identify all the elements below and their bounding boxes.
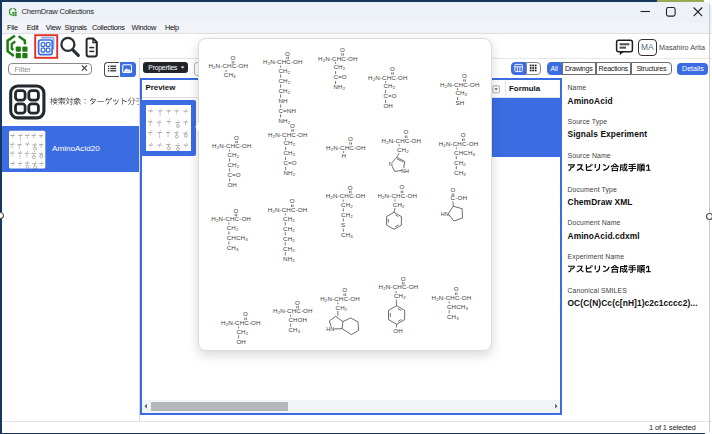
svg-text:CH2: CH2 — [283, 215, 295, 223]
svg-text:CH2: CH2 — [333, 63, 345, 71]
svg-text:O: O — [461, 131, 466, 138]
svg-text:S: S — [341, 221, 345, 228]
svg-text:HN: HN — [326, 326, 334, 332]
svg-text:CH2: CH2 — [227, 161, 239, 169]
svg-text:O: O — [348, 135, 353, 142]
svg-text:NH2: NH2 — [333, 83, 345, 91]
svg-text:H2N-CHC-OH: H2N-CHC-OH — [320, 295, 360, 303]
svg-text:CH2: CH2 — [336, 304, 348, 312]
svg-text:H2N-CHC-OH: H2N-CHC-OH — [368, 74, 408, 82]
svg-text:NH: NH — [401, 168, 409, 174]
svg-text:H2N-CHC-OH: H2N-CHC-OH — [263, 58, 303, 66]
svg-text:CH2: CH2 — [283, 139, 295, 147]
svg-text:H2N-CHC-OH: H2N-CHC-OH — [221, 319, 261, 327]
svg-text:CH3: CH3 — [288, 326, 300, 334]
svg-text:CH2: CH2 — [397, 146, 409, 154]
svg-text:N: N — [389, 161, 393, 167]
svg-text:CH2: CH2 — [236, 328, 248, 336]
svg-text:SH: SH — [455, 99, 464, 106]
svg-text:CH2: CH2 — [383, 82, 395, 90]
svg-text:CH3: CH3 — [454, 169, 466, 177]
svg-text:O: O — [451, 186, 456, 193]
svg-text:H2N-CHC-OH: H2N-CHC-OH — [273, 307, 313, 315]
svg-text:CH2: CH2 — [341, 211, 353, 219]
svg-text:CH2: CH2 — [278, 77, 290, 85]
svg-text:O: O — [404, 128, 409, 135]
svg-text:NH2: NH2 — [283, 255, 295, 263]
svg-text:HN: HN — [441, 211, 449, 217]
svg-text:O: O — [231, 54, 236, 61]
svg-text:C=NH: C=NH — [278, 107, 296, 114]
svg-text:O: O — [295, 299, 300, 306]
svg-text:H2N-CHC-OH: H2N-CHC-OH — [432, 294, 472, 302]
svg-text:H2N-CHC-OH: H2N-CHC-OH — [382, 137, 422, 145]
svg-text:H2N-CHC-OH: H2N-CHC-OH — [212, 142, 252, 150]
svg-text:CH2: CH2 — [393, 201, 405, 209]
svg-text:O: O — [342, 286, 347, 293]
svg-text:O: O — [454, 285, 459, 292]
svg-text:OH: OH — [393, 327, 403, 334]
svg-text:CHCH3: CHCH3 — [454, 149, 475, 157]
svg-text:H2N-CHC-OH: H2N-CHC-OH — [318, 55, 358, 63]
svg-text:C=O: C=O — [383, 92, 396, 99]
svg-text:H2N-CHC-OH: H2N-CHC-OH — [379, 283, 419, 291]
svg-text:CHCH3: CHCH3 — [447, 303, 468, 311]
svg-text:O: O — [290, 122, 295, 129]
svg-text:CH3: CH3 — [227, 244, 239, 252]
svg-text:CH2: CH2 — [227, 151, 239, 159]
svg-text:C=O: C=O — [333, 73, 346, 80]
svg-text:CHCH3: CHCH3 — [227, 234, 248, 242]
svg-text:O: O — [340, 46, 345, 53]
svg-text:CH2: CH2 — [227, 224, 239, 232]
svg-text:OH: OH — [383, 102, 393, 109]
svg-text:CH2: CH2 — [394, 292, 406, 300]
svg-text:H: H — [341, 152, 346, 159]
svg-text:O: O — [401, 275, 406, 282]
svg-text:O: O — [348, 184, 353, 191]
svg-text:CH2: CH2 — [455, 89, 467, 97]
svg-text:CH2: CH2 — [278, 87, 290, 95]
svg-text:O: O — [462, 72, 467, 79]
svg-text:CH2: CH2 — [454, 159, 466, 167]
svg-text:H2N-CHC-OH: H2N-CHC-OH — [377, 192, 417, 200]
svg-text:CH2: CH2 — [283, 235, 295, 243]
svg-text:H2N-CHC-OH: H2N-CHC-OH — [439, 140, 479, 148]
svg-text:C=O: C=O — [283, 159, 296, 166]
svg-text:CH3: CH3 — [341, 231, 353, 239]
svg-text:C-OH: C-OH — [451, 194, 467, 201]
svg-text:H2N-CHC-OH: H2N-CHC-OH — [268, 206, 308, 214]
svg-text:CH2: CH2 — [283, 149, 295, 157]
svg-text:CH2: CH2 — [341, 201, 353, 209]
svg-text:NH: NH — [278, 97, 287, 104]
svg-text:CHOH: CHOH — [288, 316, 307, 323]
svg-text:O: O — [243, 310, 248, 317]
svg-text:O: O — [234, 134, 239, 141]
svg-text:O: O — [285, 50, 290, 57]
svg-text:OH: OH — [236, 338, 246, 345]
svg-text:NH2: NH2 — [283, 169, 295, 177]
svg-text:CH2: CH2 — [283, 225, 295, 233]
svg-text:O: O — [290, 197, 295, 204]
svg-text:CH3: CH3 — [224, 71, 236, 79]
svg-text:O: O — [233, 207, 238, 214]
svg-text:H2N-CHC-OH: H2N-CHC-OH — [208, 62, 248, 70]
svg-text:CH3: CH3 — [447, 313, 459, 321]
svg-text:C=O: C=O — [227, 171, 240, 178]
svg-text:CH2: CH2 — [283, 245, 295, 253]
svg-text:NH2: NH2 — [278, 117, 290, 125]
svg-text:CH2: CH2 — [278, 67, 290, 75]
svg-text:OH: OH — [227, 181, 237, 188]
svg-text:O: O — [390, 65, 395, 72]
svg-text:H2N-CHC-OH: H2N-CHC-OH — [440, 81, 480, 89]
svg-text:H2N-CHC-OH: H2N-CHC-OH — [211, 215, 251, 223]
svg-text:H2N-CHC-OH: H2N-CHC-OH — [326, 192, 366, 200]
svg-text:H2N-CHC-OH: H2N-CHC-OH — [268, 131, 308, 139]
svg-text:H2N-CHC-OH: H2N-CHC-OH — [326, 144, 366, 152]
svg-text:O: O — [400, 183, 405, 190]
